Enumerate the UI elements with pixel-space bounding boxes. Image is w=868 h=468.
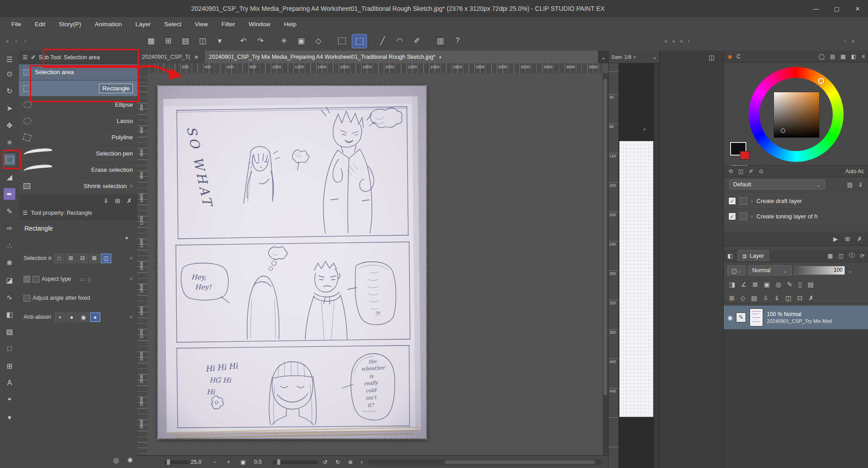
- dock-chevron-icon[interactable]: ‹: [13, 34, 20, 47]
- brush-panel-icon[interactable]: ✐: [749, 168, 753, 175]
- palette-menu-icon[interactable]: ☰: [4, 53, 15, 65]
- dock-chevron-icon[interactable]: «: [4, 34, 11, 47]
- close-tab-icon[interactable]: ✕: [194, 54, 198, 61]
- add-action-icon[interactable]: ⊞: [845, 236, 850, 242]
- guide-icon[interactable]: ▯: [798, 281, 802, 288]
- aspect-checkbox[interactable]: [33, 276, 39, 283]
- selection-mode-3[interactable]: ⊠: [89, 254, 99, 263]
- slider-knob[interactable]: [167, 459, 170, 465]
- minimize-button[interactable]: —: [806, 0, 826, 17]
- delete-subtool-icon[interactable]: ✗: [127, 197, 132, 204]
- color-set-tab-icon[interactable]: ▦: [840, 53, 845, 60]
- blend-tool-icon[interactable]: ∿: [4, 291, 15, 303]
- rotation-slider[interactable]: [273, 461, 317, 464]
- mask-icon[interactable]: ◎: [776, 281, 781, 288]
- canvas-document[interactable]: SO WHAT Hey, Hey! Hi Hi Hi HG Hi Hi ?! t…: [158, 86, 426, 439]
- selection-mode-2[interactable]: ⊟: [77, 254, 88, 263]
- delete-layer-icon[interactable]: ✗: [808, 294, 814, 302]
- material-flyout-icon[interactable]: ◫: [706, 52, 717, 62]
- rule-line-icon[interactable]: ╱: [375, 34, 390, 47]
- csp-home-icon[interactable]: ▦: [144, 34, 158, 47]
- subtool-item-polyline[interactable]: Polyline: [19, 129, 137, 146]
- draft-icon[interactable]: ✎: [787, 281, 793, 288]
- rule-pen-icon[interactable]: ✐: [410, 34, 424, 47]
- canvas-viewport[interactable]: SO WHAT Hey, Hey! Hi Hi Hi HG Hi Hi ?! t…: [147, 73, 603, 455]
- visibility-eye-icon[interactable]: ◉: [727, 314, 732, 321]
- menu-help[interactable]: Help: [277, 17, 303, 31]
- subview-tab[interactable]: Sam 1/8 ● ⌄: [609, 51, 660, 63]
- zoom-slider[interactable]: [165, 461, 189, 464]
- fill-tool-icon[interactable]: ◧: [4, 308, 15, 320]
- snap-to-special-ruler-icon[interactable]: ▣: [294, 34, 308, 47]
- combine-icon[interactable]: ◫: [785, 294, 791, 302]
- checkbox-icon[interactable]: [740, 197, 747, 205]
- settings-wrench-icon[interactable]: ✱: [127, 456, 133, 464]
- play-action-icon[interactable]: ▶: [833, 236, 838, 242]
- color-wheel-tab-icon[interactable]: ◯: [819, 53, 825, 60]
- selection-mode-4[interactable]: ◫: [101, 254, 111, 263]
- chevron-down-icon[interactable]: ˅: [129, 314, 133, 321]
- refresh-icon[interactable]: ⟳: [860, 252, 865, 260]
- aspect-preset2-icon[interactable]: ▯: [88, 276, 91, 283]
- help-icon[interactable]: ?: [450, 34, 465, 47]
- collapse-bar-button[interactable]: ‹: [361, 456, 363, 468]
- menu-window[interactable]: Window: [242, 17, 277, 31]
- anti-aliasing-2[interactable]: ◉: [78, 312, 89, 322]
- snap-to-grid-icon[interactable]: ◇: [311, 34, 326, 47]
- menu-select[interactable]: Select: [157, 17, 188, 31]
- auto-action-item[interactable]: ✓›Create draft layer: [724, 194, 868, 209]
- selection-mode-1[interactable]: ⊞: [66, 254, 76, 263]
- maximize-button[interactable]: ▢: [826, 0, 847, 17]
- subtool-item-rectangle[interactable]: Rectangle: [19, 80, 137, 97]
- subtool-item-selection-pen[interactable]: Selection pen: [19, 146, 137, 162]
- background-color-swatch[interactable]: [740, 151, 750, 160]
- menu-file[interactable]: File: [5, 17, 28, 31]
- new-raster-layer-icon[interactable]: ⊞: [729, 294, 735, 302]
- marquee-tool-icon[interactable]: [4, 154, 15, 165]
- lock-alpha-icon[interactable]: ▣: [764, 281, 770, 288]
- rotate-canvas-tool-icon[interactable]: ↻: [4, 85, 15, 97]
- rule-curve-icon[interactable]: ◠: [392, 34, 407, 47]
- anti-aliasing-0[interactable]: ▪: [55, 312, 65, 322]
- clip-icon[interactable]: ◨: [729, 281, 735, 288]
- auto-select-tool-icon[interactable]: ✳: [4, 137, 15, 148]
- dock-chevron-icon[interactable]: »: [850, 34, 856, 47]
- menu-view[interactable]: View: [188, 17, 215, 31]
- workspace-panel-icon[interactable]: ◫: [738, 168, 743, 175]
- navigator-target-icon[interactable]: ◎: [113, 456, 119, 464]
- subtool-item-selection-area[interactable]: Selection area: [19, 64, 137, 80]
- zoom-in-button[interactable]: +: [227, 456, 230, 468]
- adjust-angle-checkbox[interactable]: [24, 295, 30, 302]
- menu-layer[interactable]: Layer: [129, 17, 158, 31]
- delete-action-icon[interactable]: ✗: [857, 236, 862, 242]
- sv-marker[interactable]: [781, 128, 785, 133]
- lock-icon[interactable]: ⊠: [753, 281, 758, 288]
- pen-tool-icon[interactable]: ✒: [4, 188, 15, 200]
- blend-mode-dropdown[interactable]: Normal ⌄: [748, 265, 792, 275]
- auto-action-tab-label[interactable]: Auto Ac: [845, 168, 864, 175]
- slider-knob[interactable]: [277, 459, 280, 465]
- anti-aliasing-1[interactable]: ●: [66, 312, 77, 322]
- airbrush-tool-icon[interactable]: ∴: [4, 240, 15, 251]
- snap-to-ruler-icon[interactable]: ✳: [277, 34, 291, 47]
- chevron-down-icon[interactable]: ˅: [129, 255, 133, 262]
- panel-menu-icon[interactable]: ☰: [23, 209, 28, 216]
- subtool-item-shrink-selection[interactable]: Shrink selection˅: [19, 178, 137, 194]
- zoom-out-button[interactable]: −: [213, 456, 217, 468]
- chevron-down-icon[interactable]: ˅: [129, 276, 133, 283]
- layer-side-icon[interactable]: ◧: [727, 252, 733, 259]
- aspect-preset-icon[interactable]: ▭: [80, 276, 85, 283]
- move-layer-tool-icon[interactable]: ✥: [4, 119, 15, 131]
- color-circle-icon[interactable]: ◉: [727, 53, 732, 60]
- subtool-item-lasso[interactable]: Lasso: [19, 113, 137, 129]
- close-button[interactable]: ✕: [847, 0, 868, 17]
- dock-chevron-icon[interactable]: «: [663, 34, 669, 47]
- intermediate-color-tab-icon[interactable]: ◧: [851, 53, 856, 60]
- select-rect-active-icon[interactable]: [352, 34, 367, 48]
- rotate-left-button[interactable]: ↺: [323, 456, 327, 468]
- new-folder-icon[interactable]: ▤: [751, 294, 757, 302]
- checkbox-icon[interactable]: [740, 213, 747, 220]
- horizontal-scrollbar[interactable]: [368, 459, 603, 465]
- import-action-icon[interactable]: ⇓: [858, 181, 863, 188]
- operation-tool-icon[interactable]: ➤: [4, 102, 15, 114]
